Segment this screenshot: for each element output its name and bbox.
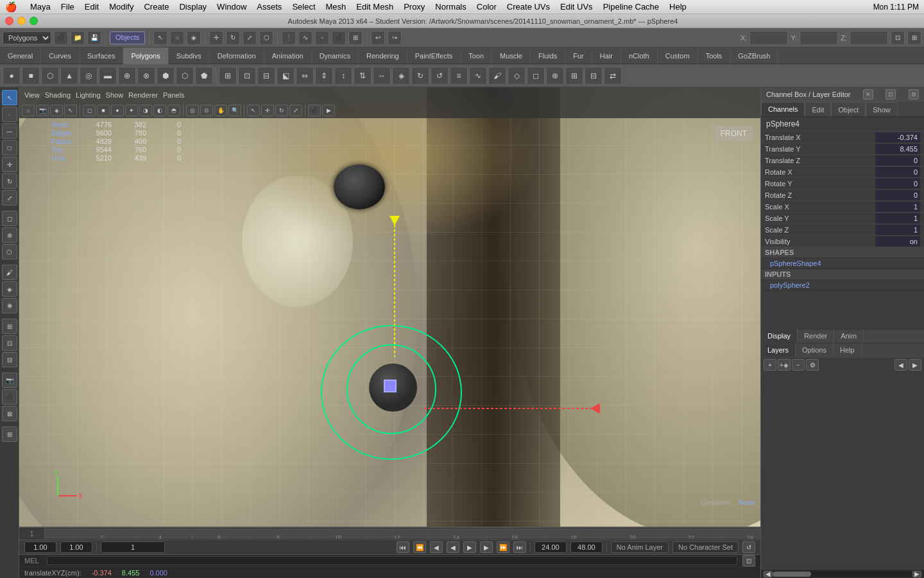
ch-visibility[interactable]: Visibility: [761, 236, 924, 247]
help-tab[interactable]: Help: [834, 343, 862, 357]
tab-ncloth[interactable]: nCloth: [621, 48, 658, 64]
frame-all[interactable]: ⊠: [2, 406, 17, 421]
ch-translate-z[interactable]: Translate Z: [761, 155, 924, 166]
lc-new[interactable]: +: [764, 359, 776, 371]
shelf-flip[interactable]: ↺: [431, 67, 449, 85]
shelf-mirror[interactable]: ⇄: [604, 67, 622, 85]
menu-create-uvs[interactable]: Create UVs: [507, 2, 550, 12]
menu-edit[interactable]: Edit: [85, 2, 99, 12]
char-set-display[interactable]: No Character Set: [672, 541, 739, 553]
ch-tab-object[interactable]: Object: [831, 102, 866, 116]
tb-snap-curve[interactable]: ∿: [298, 31, 312, 45]
vertex-tool[interactable]: ·: [2, 107, 17, 122]
menu-assets[interactable]: Assets: [257, 2, 282, 12]
tb-select[interactable]: ↖: [153, 31, 167, 45]
shelf-extrude[interactable]: ⊞: [219, 67, 237, 85]
vp-menu-shading[interactable]: Shading: [45, 91, 71, 99]
shelf-sculpt[interactable]: 🖌: [488, 67, 506, 85]
tb-lasso[interactable]: ○: [170, 31, 184, 45]
cb-tab-render[interactable]: Render: [798, 329, 834, 343]
ch-rz-value[interactable]: [875, 190, 920, 200]
pb-play-rev[interactable]: ◀: [447, 541, 459, 553]
tab-dynamics[interactable]: Dynamics: [312, 48, 359, 64]
layout-tool[interactable]: ⊞: [2, 319, 17, 334]
menu-mesh[interactable]: Mesh: [326, 2, 346, 12]
shelf-soccer[interactable]: ⬢: [157, 67, 175, 85]
ch-tab-channels[interactable]: Channels: [761, 102, 805, 116]
shelf-merge[interactable]: ⇔: [296, 67, 314, 85]
tab-gozbrush[interactable]: GoZBrush: [730, 48, 778, 64]
vt-cam[interactable]: 📷: [36, 105, 49, 116]
tb-scale[interactable]: ⤢: [243, 31, 257, 45]
shelf-crease[interactable]: ≡: [450, 67, 468, 85]
cam-tool[interactable]: 📷: [2, 372, 17, 388]
tab-surfaces[interactable]: Surfaces: [80, 48, 123, 64]
anim-layer-display[interactable]: No Anim Layer: [611, 541, 669, 553]
menu-color[interactable]: Color: [477, 2, 497, 12]
menu-display[interactable]: Display: [179, 2, 207, 12]
rph-float[interactable]: ⊡: [886, 89, 896, 100]
tab-fur[interactable]: Fur: [565, 48, 592, 64]
rph-settings[interactable]: ⚙: [909, 89, 919, 100]
lc-scroll-right[interactable]: ▶: [909, 359, 921, 371]
rph-close[interactable]: ✕: [863, 89, 873, 100]
shelf-fill[interactable]: ⬕: [277, 67, 295, 85]
vt-playblast[interactable]: ▶: [322, 105, 335, 116]
shelf-reduce[interactable]: ◇: [508, 67, 526, 85]
vt-flat[interactable]: ■: [97, 105, 110, 116]
shelf-bevel[interactable]: ◈: [392, 67, 410, 85]
tb-abs[interactable]: ⊡: [891, 31, 905, 45]
soft-mod-tool[interactable]: ❋: [2, 298, 17, 313]
tb-x-input[interactable]: [749, 31, 788, 45]
shelf-platonic[interactable]: ⬟: [195, 67, 213, 85]
ch-rx-value[interactable]: [875, 167, 920, 177]
ch-scale-z[interactable]: Scale Z: [761, 224, 924, 236]
ch-scale-y[interactable]: Scale Y: [761, 213, 924, 224]
ch-tx-value[interactable]: [875, 132, 920, 143]
mel-input[interactable]: [47, 556, 737, 565]
ch-ry-value[interactable]: [875, 179, 920, 189]
shapes-item[interactable]: pSphereShape4: [761, 258, 924, 269]
layout3-tool[interactable]: ⊟: [2, 352, 17, 367]
tb-snap-point[interactable]: ◦: [315, 31, 329, 45]
tb-snap-grid[interactable]: ⋮: [282, 31, 296, 45]
rotate-tool[interactable]: ↻: [2, 173, 17, 189]
pb-next[interactable]: ▶: [480, 541, 493, 553]
shelf-torus[interactable]: ◎: [80, 67, 98, 85]
shelf-smooth[interactable]: ∿: [469, 67, 487, 85]
ch-translate-y[interactable]: Translate Y: [761, 143, 924, 155]
ch-translate-x[interactable]: Translate X: [761, 132, 924, 143]
pb-prev-key[interactable]: ⏪: [413, 541, 426, 553]
vt-aa[interactable]: ◓: [167, 105, 180, 116]
shelf-insert-loop[interactable]: ↕: [334, 67, 352, 85]
menu-help[interactable]: Help: [669, 2, 687, 12]
paint-tool[interactable]: 🖌: [2, 265, 17, 280]
vt-sc[interactable]: ⤢: [289, 105, 302, 116]
options-tab[interactable]: Options: [796, 343, 834, 357]
vt-isolate[interactable]: ⊙: [200, 105, 213, 116]
tb-move[interactable]: ✛: [209, 31, 223, 45]
tab-rendering[interactable]: Rendering: [359, 48, 407, 64]
shelf-plane[interactable]: ▬: [99, 67, 117, 85]
tb-rel[interactable]: ⊞: [907, 31, 921, 45]
select-tool[interactable]: ↖: [2, 90, 17, 105]
vt-render[interactable]: ⬛: [308, 105, 321, 116]
vt-lights[interactable]: ✦: [125, 105, 138, 116]
vt-xray[interactable]: ◎: [186, 105, 199, 116]
edge-tool[interactable]: —: [2, 123, 17, 139]
tb-snap-view[interactable]: ⊞: [348, 31, 363, 45]
menu-modify[interactable]: Modify: [109, 2, 133, 12]
menu-edit-mesh[interactable]: Edit Mesh: [356, 2, 393, 12]
shelf-cleanup[interactable]: ◻: [527, 67, 545, 85]
layers-tab[interactable]: Layers: [761, 343, 796, 357]
scroll-left-btn[interactable]: ◀: [764, 571, 773, 577]
ch-vis-value[interactable]: [875, 236, 920, 247]
shelf-boolean[interactable]: ⊕: [546, 67, 564, 85]
vp-menu-view[interactable]: View: [24, 91, 40, 99]
vt-wire[interactable]: ◻: [83, 105, 96, 116]
maximize-btn[interactable]: [30, 17, 38, 25]
tab-curves[interactable]: Curves: [41, 48, 80, 64]
pb-first[interactable]: ⏮: [397, 541, 409, 553]
vt-select[interactable]: ↖: [64, 105, 77, 116]
vt-smooth[interactable]: ●: [111, 105, 124, 116]
